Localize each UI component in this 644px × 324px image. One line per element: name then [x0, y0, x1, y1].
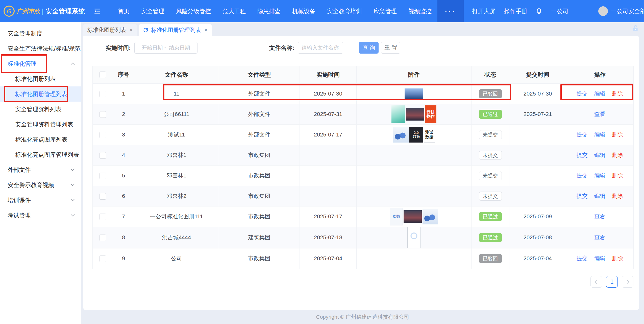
content-card: 实施时间: 开始日期 ~ 结束日期 文件名称: 查 询 重 置 序号文件名称文件…	[83, 36, 639, 310]
close-icon[interactable]: ×	[129, 27, 133, 33]
cell-status: 已通过	[472, 104, 509, 125]
next-page-button[interactable]	[622, 276, 633, 288]
bell-icon[interactable]	[535, 8, 542, 15]
cell-file-name: 公司66111	[134, 104, 219, 125]
cell-status: 已通过	[472, 206, 509, 227]
row-checkbox[interactable]	[100, 256, 106, 262]
sidebar-item-safety-rules[interactable]: 安全管理制度	[0, 26, 81, 41]
prev-page-button[interactable]	[590, 276, 602, 288]
submit-link[interactable]: 提交	[577, 90, 588, 97]
row-checkbox[interactable]	[100, 111, 106, 118]
column-header: 序号	[113, 66, 134, 84]
row-checkbox[interactable]	[100, 91, 106, 97]
sidebar-item-standardization[interactable]: 标准化管理	[0, 56, 81, 71]
submit-link[interactable]: 提交	[577, 193, 588, 199]
attachment-thumbnail[interactable]	[391, 105, 405, 123]
sidebar-item-laws[interactable]: 安全生产法律法规/标准/规范	[0, 41, 81, 56]
nav-item-training[interactable]: 安全教育培训	[321, 0, 368, 22]
row-checkbox[interactable]	[100, 235, 106, 241]
edit-link[interactable]: 编辑	[594, 152, 605, 158]
column-header	[93, 66, 113, 84]
delete-link[interactable]: 删除	[612, 193, 623, 199]
open-dashboard-link[interactable]: 打开大屏	[472, 7, 496, 15]
attachment-thumbnail[interactable]: 云耕 物作	[425, 105, 436, 123]
view-link[interactable]: 查看	[594, 111, 605, 117]
attachment-thumbnail[interactable]	[407, 227, 420, 248]
attachment-thumbnail[interactable]	[393, 127, 409, 143]
nav-item-risk[interactable]: 风险分级管控	[170, 0, 217, 22]
nav-item-video[interactable]: 视频监控	[403, 0, 437, 22]
delete-link[interactable]: 删除	[612, 255, 623, 262]
attachment-thumbnail[interactable]: 测试 数据	[424, 127, 435, 143]
frame: 安全管理制度安全生产法律法规/标准/规范标准化管理标准化图册列表标准化图册管理列…	[0, 22, 644, 324]
sidebar-subitem-material-manage-list[interactable]: 安全管理资料管理列表	[0, 117, 81, 132]
view-link[interactable]: 查看	[594, 213, 605, 220]
nav-item-hazard[interactable]: 隐患排查	[252, 0, 286, 22]
page-1-button[interactable]: 1	[606, 276, 618, 288]
cell-status: 已通过	[472, 227, 509, 248]
attachment-thumbnail[interactable]: 2.0 77%	[409, 127, 423, 143]
nav-item-more[interactable]: ···	[437, 0, 464, 22]
row-checkbox[interactable]	[100, 152, 106, 159]
edit-link[interactable]: 编辑	[594, 172, 605, 179]
row-checkbox[interactable]	[100, 214, 106, 220]
row-checkbox[interactable]	[100, 132, 106, 138]
avatar[interactable]	[598, 6, 608, 16]
nav-item-emergency[interactable]: 应急管理	[368, 0, 403, 22]
file-name-input[interactable]	[298, 42, 343, 54]
manual-link[interactable]: 操作手册	[504, 7, 527, 15]
menu-fold-icon[interactable]	[93, 7, 101, 15]
edit-link[interactable]: 编辑	[594, 193, 605, 199]
delete-link[interactable]: 删除	[612, 152, 623, 158]
cell-submit-date: 2025-07-09	[509, 206, 566, 227]
close-icon[interactable]: ×	[204, 27, 208, 33]
cell-impl-date: 2025-07-04	[300, 248, 357, 269]
submit-link[interactable]: 提交	[577, 255, 588, 262]
sidebar-subitem-atlas-list[interactable]: 标准化图册列表	[0, 71, 81, 86]
cell-actions: 查看	[566, 206, 634, 227]
nav-item-safety[interactable]: 安全管理	[135, 0, 170, 22]
sidebar-subitem-highlight-manage-list[interactable]: 标准化亮点图库管理列表	[0, 147, 81, 162]
attachment-thumbnail[interactable]: 次抛	[390, 208, 403, 225]
search-button[interactable]: 查 询	[359, 42, 379, 54]
refresh-icon[interactable]	[143, 27, 148, 33]
submit-link[interactable]: 提交	[577, 152, 588, 158]
sidebar-item-warning-videos[interactable]: 安全警示教育视频	[0, 177, 81, 193]
submit-link[interactable]: 提交	[577, 172, 588, 179]
nav-item-home[interactable]: 首页	[112, 0, 135, 22]
delete-link[interactable]: 删除	[612, 90, 623, 97]
sidebar-item-courseware[interactable]: 培训课件	[0, 193, 81, 208]
attachment-thumbnail[interactable]	[406, 108, 424, 121]
sidebar-subitem-material-list[interactable]: 安全管理资料列表	[0, 102, 81, 117]
delete-link[interactable]: 删除	[612, 131, 623, 138]
tab-standard-atlas-manage-list[interactable]: 标准化图册管理列表 ×	[139, 24, 212, 36]
reset-button[interactable]: 重 置	[381, 42, 400, 54]
row-checkbox[interactable]	[100, 193, 106, 200]
edit-link[interactable]: 编辑	[594, 131, 605, 138]
nav-item-danger-project[interactable]: 危大工程	[217, 0, 252, 22]
unlock-icon[interactable]	[631, 24, 639, 33]
attachment-thumbnail[interactable]	[404, 210, 422, 223]
select-all-checkbox[interactable]	[100, 72, 106, 78]
sidebar-item-external-files[interactable]: 外部文件	[0, 162, 81, 177]
delete-link[interactable]: 删除	[612, 172, 623, 179]
sidebar-item-exam[interactable]: 考试管理	[0, 208, 81, 223]
view-link[interactable]: 查看	[594, 234, 605, 241]
submit-link[interactable]: 提交	[577, 131, 588, 138]
brand-name: 广州市政	[17, 7, 40, 15]
sidebar-subitem-highlight-list[interactable]: 标准化亮点图库列表	[0, 132, 81, 147]
date-range-input[interactable]: 开始日期 ~ 结束日期	[134, 42, 197, 54]
user-department[interactable]: 一公司安全部	[611, 7, 644, 15]
company-switch[interactable]: 一公司	[551, 7, 568, 15]
tab-standard-atlas-list[interactable]: 标准化图册列表 ×	[83, 24, 137, 36]
attachment-thumbnail[interactable]	[423, 209, 438, 224]
edit-link[interactable]: 编辑	[594, 90, 605, 97]
row-checkbox[interactable]	[100, 173, 106, 179]
cell-submit-date: 2025-07-08	[509, 227, 566, 248]
sidebar-subitem-atlas-manage-list[interactable]: 标准化图册管理列表	[0, 86, 81, 102]
edit-link[interactable]: 编辑	[594, 255, 605, 262]
nav-item-machinery[interactable]: 机械设备	[286, 0, 321, 22]
attachment-thumbnail[interactable]	[405, 88, 423, 99]
table-row: 7一公司标准化图册111市政集团2025-07-17次抛已通过2025-07-0…	[93, 206, 634, 227]
cell-actions: 查看	[566, 227, 634, 248]
